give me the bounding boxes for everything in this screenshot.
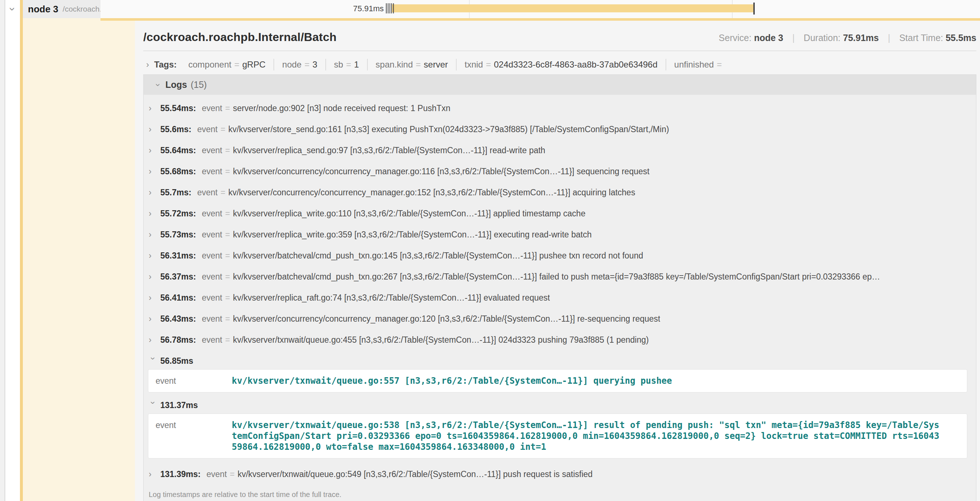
log-timestamp: 56.41ms: — [160, 293, 196, 303]
equals-sign: = — [230, 469, 235, 479]
log-entry-row[interactable]: › 55.73ms: event = kv/kvserver/replica_w… — [144, 224, 976, 245]
equals-sign: = — [225, 167, 230, 176]
chevron-right-icon: › — [149, 167, 157, 176]
selected-span-name-column — [20, 18, 135, 501]
log-expanded-header[interactable]: › 56.85ms — [144, 353, 976, 369]
meta-separator: | — [888, 33, 891, 43]
log-entry-row[interactable]: › 55.64ms: event = kv/kvserver/replica_s… — [144, 140, 976, 161]
chevron-right-icon: › — [149, 469, 157, 479]
log-timestamp: 55.68ms: — [160, 167, 196, 176]
log-message: kv/kvserver/store_send.go:161 [n3,s3] ex… — [228, 124, 669, 134]
log-field-value: kv/kvserver/txnwait/queue.go:538 [n3,s3,… — [232, 420, 939, 452]
log-message: kv/kvserver/batcheval/cmd_push_txn.go:14… — [233, 251, 643, 261]
log-entry-expanded: › 56.85ms event kv/kvserver/txnwait/queu… — [144, 353, 976, 393]
span-service-name: node 3 — [28, 4, 58, 15]
log-tick-marks — [386, 3, 395, 13]
log-entry-row[interactable]: › 56.41ms: event = kv/kvserver/replica_r… — [144, 287, 976, 308]
span-duration-label: 75.91ms — [275, 4, 384, 13]
log-entry-row[interactable]: › 55.7ms: event = kv/kvserver/concurrenc… — [144, 182, 976, 203]
log-field-key: event — [202, 145, 222, 155]
chevron-right-icon: › — [149, 272, 157, 282]
chevron-right-icon: › — [149, 251, 157, 261]
span-duration-bar[interactable] — [392, 4, 753, 12]
equals-sign: = — [486, 59, 491, 70]
log-timestamp: 55.72ms: — [160, 209, 196, 219]
log-message: kv/kvserver/replica_send.go:97 [n3,s3,r6… — [233, 145, 545, 155]
duration-value: 75.91ms — [843, 33, 879, 43]
log-message: kv/kvserver/replica_write.go:359 [n3,s3,… — [233, 230, 592, 239]
chevron-right-icon: › — [149, 145, 157, 155]
log-field-key: event — [202, 314, 222, 324]
log-field-key: event — [202, 272, 222, 282]
log-field-key: event — [148, 375, 232, 386]
chevron-right-icon: › — [149, 335, 157, 345]
log-expanded-header[interactable]: › 131.37ms — [144, 397, 976, 413]
tags-accordion-toggle[interactable]: › Tags: — [143, 59, 180, 70]
tag-value: server — [424, 59, 448, 70]
chevron-right-icon: › — [149, 104, 157, 113]
equals-sign: = — [225, 314, 230, 324]
equals-sign: = — [346, 59, 351, 70]
equals-sign: = — [717, 59, 722, 70]
service-value: node 3 — [754, 33, 783, 43]
equals-sign: = — [225, 145, 230, 155]
span-meta: Service: node 3 | Duration: 75.91ms | St… — [719, 33, 976, 44]
log-timestamp: 56.37ms: — [160, 272, 196, 282]
span-tree-toggle-column — [6, 0, 20, 501]
log-entry-row[interactable]: › 55.6ms: event = kv/kvserver/store_send… — [144, 119, 976, 140]
log-entry-row[interactable]: › 131.39ms: event = kv/kvserver/txnwait/… — [144, 464, 976, 485]
log-timestamp: 55.7ms: — [160, 188, 191, 198]
tags-row: › Tags: component = gRPC node = 3 sb = 1… — [143, 57, 976, 72]
equals-sign: = — [225, 293, 230, 303]
tag-key: span.kind — [376, 59, 413, 70]
chevron-down-icon: › — [153, 83, 163, 86]
equals-sign: = — [225, 230, 230, 239]
log-timestamp: 55.73ms: — [160, 230, 196, 239]
equals-sign: = — [234, 59, 239, 70]
log-entry-row[interactable]: › 56.43ms: event = kv/kvserver/concurren… — [144, 308, 976, 329]
tag-value: gRPC — [242, 59, 266, 70]
tag-key: unfinished — [674, 59, 714, 70]
collapse-children-button[interactable]: › — [7, 2, 18, 16]
log-value-line: kv/kvserver/txnwait/queue.go:557 [n3,s3,… — [232, 375, 672, 386]
log-entry-row[interactable]: › 56.37ms: event = kv/kvserver/batcheval… — [144, 266, 976, 287]
tag-value: 024d3323-6c8f-4863-aa8b-37ab0e63496d — [494, 59, 657, 70]
tag-key: component — [188, 59, 231, 70]
log-field-key: event — [202, 104, 222, 113]
tag-item: span.kind = server — [368, 59, 457, 70]
log-keyvalue-card: event kv/kvserver/txnwait/queue.go:557 [… — [148, 369, 967, 393]
log-message: kv/kvserver/batcheval/cmd_push_txn.go:26… — [233, 272, 880, 282]
log-entry-row[interactable]: › 56.31ms: event = kv/kvserver/batcheval… — [144, 245, 976, 266]
log-value-line: temConfigSpan/Start pri=0.03293366 epo=0… — [232, 431, 939, 442]
log-entry-row[interactable]: › 55.54ms: event = server/node.go:902 [n… — [144, 98, 976, 119]
log-entry-row[interactable]: › 55.68ms: event = kv/kvserver/concurren… — [144, 161, 976, 182]
tag-item: node = 3 — [274, 59, 326, 70]
chevron-right-icon: › — [149, 293, 157, 303]
chevron-down-icon: › — [148, 401, 158, 409]
span-title: /cockroach.roachpb.Internal/Batch — [143, 30, 337, 44]
log-entry-row[interactable]: › 56.78ms: event = kv/kvserver/txnwait/q… — [144, 329, 976, 350]
logs-body: › 55.54ms: event = server/node.go:902 [n… — [144, 95, 976, 485]
span-name-cell[interactable]: node 3 /cockroach.roach… — [20, 0, 100, 18]
logs-accordion-header[interactable]: › Logs (15) — [144, 75, 976, 95]
span-detail-panel: /cockroach.roachpb.Internal/Batch Servic… — [135, 21, 980, 501]
log-field-key: event — [202, 167, 222, 176]
tag-item: unfinished = — [666, 59, 733, 70]
tag-item: component = gRPC — [180, 59, 274, 70]
log-timestamp: 56.85ms — [160, 356, 193, 366]
start-time-value: 55.5ms — [945, 33, 976, 43]
chevron-down-icon: › — [148, 357, 158, 365]
span-operation-name: /cockroach.roach… — [63, 5, 100, 13]
equals-sign: = — [221, 124, 225, 134]
log-field-value: kv/kvserver/txnwait/queue.go:557 [n3,s3,… — [232, 375, 672, 386]
tag-key: sb — [334, 59, 343, 70]
service-label: Service: — [719, 33, 751, 43]
chevron-right-icon: › — [146, 59, 149, 70]
logs-footer-note: Log timestamps are relative to the start… — [144, 485, 976, 501]
log-entry-row[interactable]: › 55.72ms: event = kv/kvserver/replica_w… — [144, 203, 976, 224]
log-field-key: event — [206, 469, 227, 479]
equals-sign: = — [225, 209, 230, 219]
chevron-right-icon: › — [149, 314, 157, 324]
log-marker-end — [753, 3, 755, 14]
chevron-right-icon: › — [149, 230, 157, 239]
